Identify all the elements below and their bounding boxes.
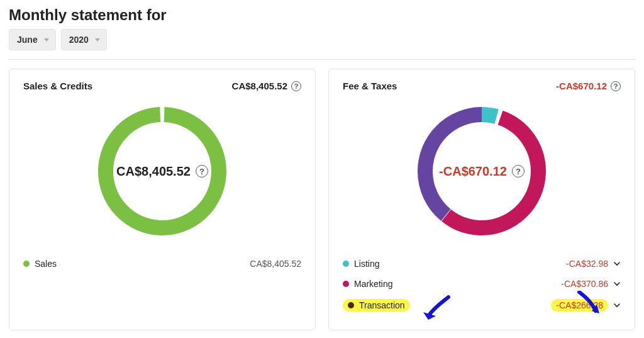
legend-dot-icon [348, 302, 354, 308]
legend-value: CA$8,405.52 [250, 259, 301, 269]
help-icon[interactable]: ? [512, 165, 525, 177]
sales-legend: Sales CA$8,405.52 [23, 254, 301, 274]
legend-dot-icon [343, 261, 349, 267]
legend-label: Sales [35, 259, 57, 269]
chevron-down-icon[interactable] [613, 260, 621, 268]
fees-panel-title: Fee & Taxes [343, 81, 397, 91]
header-divider [9, 59, 635, 60]
fee-taxes-panel: Fee & Taxes -CA$670.12 ? [328, 69, 635, 330]
legend-value: -CA$32.98 [566, 259, 608, 269]
legend-label: Transaction [359, 300, 405, 310]
sales-credits-panel: Sales & Credits CA$8,405.52 ? CA$8,405.5… [9, 69, 316, 330]
help-icon[interactable]: ? [611, 81, 621, 91]
legend-row-transaction[interactable]: Transaction -CA$266.28 [343, 294, 621, 317]
legend-value: -CA$370.86 [561, 279, 608, 289]
legend-row-marketing[interactable]: Marketing -CA$370.86 [343, 274, 621, 294]
legend-dot-icon [343, 281, 349, 287]
date-selectors: June 2020 [9, 29, 635, 50]
chevron-down-icon[interactable] [613, 280, 621, 288]
fees-donut-chart: -CA$670.12 ? [343, 96, 621, 246]
fees-total-value: -CA$670.12 [556, 81, 607, 91]
sales-total-value: CA$8,405.52 [232, 81, 287, 91]
legend-row-sales: Sales CA$8,405.52 [23, 254, 301, 274]
legend-dot-icon [23, 261, 30, 267]
help-icon[interactable]: ? [291, 81, 301, 91]
fees-panel-total: -CA$670.12 ? [556, 81, 621, 91]
legend-value: -CA$266.28 [551, 299, 608, 312]
chevron-down-icon[interactable] [613, 301, 621, 309]
fees-legend: Listing -CA$32.98 Marketing [343, 254, 621, 317]
month-select[interactable]: June [9, 29, 56, 50]
page-title: Monthly statement for [9, 6, 635, 24]
sales-donut-svg [94, 103, 231, 240]
year-select[interactable]: 2020 [61, 29, 107, 50]
legend-label: Listing [354, 259, 379, 269]
help-icon[interactable]: ? [196, 165, 208, 177]
legend-label: Marketing [354, 279, 392, 289]
sales-panel-title: Sales & Credits [23, 81, 92, 91]
fees-donut-svg [413, 103, 550, 240]
sales-donut-chart: CA$8,405.52 ? [23, 96, 301, 246]
legend-row-listing[interactable]: Listing -CA$32.98 [343, 254, 621, 274]
sales-panel-total: CA$8,405.52 ? [232, 81, 301, 91]
